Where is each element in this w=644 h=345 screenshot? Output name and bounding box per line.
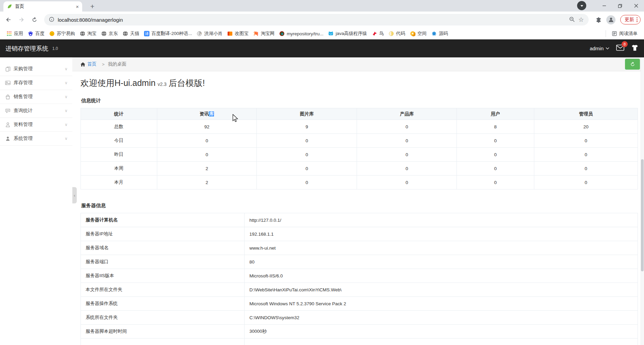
sidebar-item-inventory[interactable]: 库存管理 ∨ <box>0 76 72 90</box>
selected-text: 库 <box>209 111 214 116</box>
messages-button[interactable]: 8 <box>616 44 624 52</box>
table-cell: 0 <box>534 176 638 189</box>
sidebar-item-data[interactable]: 资料管理 ∨ <box>0 118 72 132</box>
table-row: 本月 2 0 0 0 0 <box>81 176 638 189</box>
shirt-icon <box>631 44 639 51</box>
theme-button[interactable] <box>631 44 639 53</box>
sidebar-collapse-handle[interactable]: ‹ <box>72 187 77 203</box>
sidebar-item-label: 销售管理 <box>14 94 33 100</box>
table-row: 服务器操作系统 Microsoft Windows NT 5.2.3790 Se… <box>81 297 638 311</box>
bookmark-label: 鸟 <box>379 31 384 37</box>
bookmark-myrepository[interactable]: myrepository/tru... <box>277 30 326 37</box>
table-cell: 0 <box>257 148 357 162</box>
table-cell: 0 <box>534 162 638 176</box>
stats-panel: 信息统计 统计 资讯库 图片库 产品库 用户 管理员 总数 92 9 0 8 <box>80 94 638 189</box>
col-images: 图片库 <box>257 108 357 120</box>
sidebar-item-label: 系统管理 <box>14 135 33 142</box>
bookmark-bird[interactable]: 鸟 <box>370 30 387 38</box>
blue-blob-icon <box>431 31 437 36</box>
sidebar-item-query[interactable]: 查询统计 ∨ <box>0 104 72 118</box>
reload-button[interactable] <box>29 15 39 25</box>
scrollbar-track[interactable] <box>641 57 644 345</box>
refresh-page-button[interactable] <box>625 59 640 70</box>
bookmark-gaitu[interactable]: 改图宝 <box>225 30 251 38</box>
tab-close-icon[interactable]: × <box>76 4 79 10</box>
table-cell: 0 <box>157 134 257 148</box>
table-cell: Microsoft Windows NT 5.2.3790 Service Pa… <box>245 297 638 311</box>
sidebar-item-sales[interactable]: 销售管理 ∨ <box>0 90 72 104</box>
bookmark-label: 代码 <box>396 31 405 37</box>
scrollbar-thumb[interactable] <box>641 159 644 271</box>
window-close-button[interactable] <box>628 0 644 12</box>
swirl-icon <box>279 31 285 36</box>
breadcrumb: 首页 > 我的桌面 <box>72 57 644 71</box>
sidebar-item-purchase[interactable]: 采购管理 ∨ <box>0 62 72 76</box>
app-title: 进销存管理系统 <box>5 44 48 53</box>
media-control-button[interactable] <box>577 1 586 10</box>
new-tab-button[interactable]: + <box>88 2 97 11</box>
address-bar[interactable]: localhost:8080/managerlogin ☆ <box>44 14 589 25</box>
col-news-text: 资讯 <box>200 111 209 116</box>
app-version: 1.0 <box>52 46 58 51</box>
bookmark-java[interactable]: java高级程序猿 <box>326 30 369 38</box>
bookmark-apps[interactable]: 应用 <box>4 30 25 38</box>
bookmark-taobao[interactable]: 淘宝 <box>77 30 99 38</box>
table-cell: 2 <box>157 162 257 176</box>
bookmark-tmall[interactable]: 天猫 <box>120 30 142 38</box>
bookmark-star-icon[interactable]: ☆ <box>578 16 584 23</box>
row-label: 服务器操作系统 <box>81 297 245 311</box>
chrome-update-button[interactable]: 更新 <box>620 15 641 24</box>
window-minimize-button[interactable] <box>596 0 612 12</box>
sidebar-item-system[interactable]: 系统管理 ∨ <box>0 132 72 146</box>
breadcrumb-home-link[interactable]: 首页 <box>87 61 96 67</box>
bookmark-suning[interactable]: 苏宁易购 <box>47 30 77 38</box>
table-cell: 0 <box>157 148 257 162</box>
table-cell: 0 <box>357 176 457 189</box>
tab-title: 首页 <box>15 3 24 10</box>
table-cell: 0 <box>534 134 638 148</box>
table-cell: Microsoft-IIS/6.0 <box>245 269 638 283</box>
mouse-cursor <box>232 114 239 122</box>
bookmark-qzone[interactable]: 空间 <box>408 30 429 38</box>
update-label: 更新 <box>625 17 634 23</box>
bookmark-honghu[interactable]: 洪湖小肖 <box>194 30 225 38</box>
refresh-icon <box>630 61 636 67</box>
back-button[interactable] <box>3 15 14 25</box>
reading-list-button[interactable]: 阅读清单 <box>609 30 640 38</box>
row-label: 服务器计算机名 <box>81 213 245 227</box>
bird-doodle-icon <box>197 31 202 36</box>
server-panel-title: 服务器信息 <box>80 199 638 213</box>
profile-avatar[interactable] <box>606 15 615 24</box>
browser-menu-icon[interactable] <box>637 17 638 22</box>
zoom-out-icon[interactable] <box>569 16 575 23</box>
row-label: 服务器端口 <box>81 255 245 269</box>
col-stat: 统计 <box>81 108 157 120</box>
bookmark-code[interactable]: 代码 <box>386 30 408 38</box>
sidebar: 采购管理 ∨ 库存管理 ∨ 销售管理 ∨ 查询统计 ∨ <box>0 57 72 345</box>
col-users: 用户 <box>457 108 534 120</box>
row-label: 服务器脚本超时时间 <box>81 325 245 339</box>
forward-button[interactable] <box>16 15 26 25</box>
col-news: 资讯库 <box>157 108 257 120</box>
table-cell: C:\WINDOWS\system32 <box>245 311 638 325</box>
chevron-down-icon <box>606 47 609 50</box>
bookmark-fanyi[interactable]: 译 百度翻译-200种语... <box>142 30 194 38</box>
site-info-icon[interactable] <box>49 17 54 23</box>
bookmark-yuanma[interactable]: 源码 <box>429 30 450 38</box>
row-label: 今日 <box>81 134 157 148</box>
table-row: 今日 0 0 0 0 0 <box>81 134 638 148</box>
bookmark-baidu[interactable]: 百度 <box>25 30 47 38</box>
bookmark-label: 洪湖小肖 <box>204 31 222 37</box>
bookmark-taobao-site[interactable]: 淘 淘宝网 <box>251 30 277 38</box>
row-label: 昨日 <box>81 148 157 162</box>
qzone-moon-icon <box>410 31 415 36</box>
bookmark-label: 改图宝 <box>235 31 249 37</box>
window-restore-button[interactable] <box>612 0 628 12</box>
extensions-puzzle-icon[interactable] <box>593 15 604 25</box>
red-bird-icon <box>372 31 377 36</box>
bookmark-jd[interactable]: 京东 <box>99 30 120 38</box>
table-row: 服务器IIS版本 Microsoft-IIS/6.0 <box>81 269 638 283</box>
user-menu[interactable]: admin <box>590 46 609 51</box>
browser-tabstrip: 首页 × + <box>0 0 644 12</box>
browser-tab[interactable]: 首页 × <box>3 1 82 12</box>
